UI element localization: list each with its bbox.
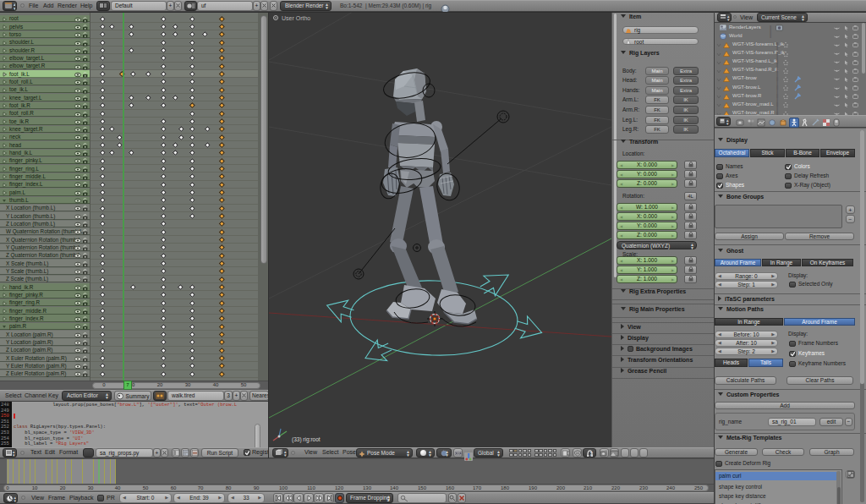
svg-text:▼: ▼ bbox=[726, 18, 730, 21]
svg-text:▼: ▼ bbox=[726, 122, 729, 125]
svg-text:▼: ▼ bbox=[12, 453, 15, 457]
svg-text:▼: ▼ bbox=[13, 6, 15, 10]
svg-text:▼: ▼ bbox=[13, 499, 16, 502]
svg-text:(33) rig:root: (33) rig:root bbox=[292, 436, 321, 443]
svg-text:User Ortho: User Ortho bbox=[282, 15, 310, 21]
svg-text:▼: ▼ bbox=[283, 453, 287, 457]
